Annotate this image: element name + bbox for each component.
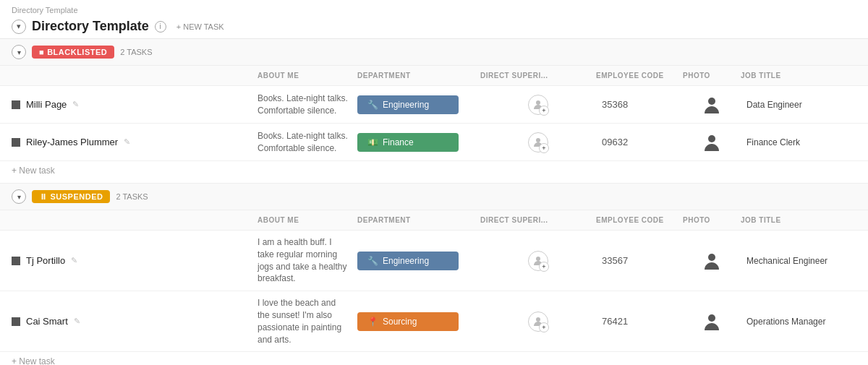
table-row: Milli Page ✎ Books. Late-night talks. Co… xyxy=(0,86,868,124)
employee-code-cell: 09632 xyxy=(596,137,683,147)
col-dept: DEPARTMENT xyxy=(357,69,480,82)
svg-point-7 xyxy=(708,314,715,322)
name-cell: Milli Page ✎ xyxy=(12,93,258,116)
job-title-cell: Operations Manager xyxy=(741,317,856,327)
avatar-icon xyxy=(702,312,722,332)
employee-code-cell: 33567 xyxy=(596,255,683,266)
section-suspended: ▾ ⏸ SUSPENDED 2 TASKS ABOUT ME DEPARTMEN… xyxy=(0,184,868,365)
breadcrumb: Directory Template xyxy=(0,3,868,14)
supervisor-cell xyxy=(480,312,596,332)
person-icon xyxy=(532,137,544,148)
person-icon xyxy=(532,99,544,111)
edit-icon[interactable]: ✎ xyxy=(72,100,79,109)
dept-cell: 💵 Finance xyxy=(357,133,480,152)
info-icon[interactable]: i xyxy=(155,21,166,33)
edit-icon[interactable]: ✎ xyxy=(124,137,130,147)
col-about: ABOUT ME xyxy=(258,69,357,82)
about-cell: Books. Late-night talks. Comfortable sil… xyxy=(258,124,357,160)
badge-label-blacklisted: BLACKLISTED xyxy=(47,48,107,56)
table-row: Cai Smart ✎ I love the beach and the sun… xyxy=(0,291,868,352)
dept-label: Engineering xyxy=(383,100,429,110)
about-cell: I am a health buff. I take regular morni… xyxy=(258,231,357,291)
employee-name: Cai Smart xyxy=(26,316,68,327)
dept-label: Engineering xyxy=(383,256,429,266)
col-headers: ABOUT ME DEPARTMENT DIRECT SUPERI... EMP… xyxy=(0,210,868,231)
section-toggle-main[interactable]: ▾ xyxy=(12,20,26,34)
supervisor-icon[interactable] xyxy=(528,95,548,115)
employee-name: Riley-James Plummer xyxy=(26,137,118,147)
employee-name: Milli Page xyxy=(26,99,67,110)
col-photo: PHOTO xyxy=(683,213,741,227)
job-title-cell: Mechanical Engineer xyxy=(741,256,856,266)
dept-cell: 📍 Sourcing xyxy=(357,312,480,331)
photo-cell xyxy=(683,251,741,271)
section-blacklisted: ▾ ■ BLACKLISTED 2 TASKS ABOUT ME DEPARTM… xyxy=(0,39,868,184)
new-task-row[interactable]: + New task xyxy=(0,161,868,183)
tasks-count-blacklisted: 2 TASKS xyxy=(120,48,152,56)
col-empcode: EMPLOYEE CODE xyxy=(596,69,683,82)
dept-tag[interactable]: 🔧 Engineering xyxy=(357,95,459,114)
badge-label-suspended: SUSPENDED xyxy=(51,192,103,201)
badge-icon-suspended: ⏸ xyxy=(39,192,48,201)
name-cell: Cai Smart ✎ xyxy=(12,310,258,332)
col-super: DIRECT SUPERI... xyxy=(480,69,596,82)
section-toggle-blacklisted[interactable]: ▾ xyxy=(12,45,26,59)
edit-icon[interactable]: ✎ xyxy=(74,317,80,326)
supervisor-icon[interactable] xyxy=(528,312,548,332)
row-checkbox[interactable] xyxy=(12,317,20,326)
col-dept: DEPARTMENT xyxy=(357,213,480,227)
supervisor-icon[interactable] xyxy=(528,251,548,271)
avatar-icon xyxy=(702,251,722,271)
col-name xyxy=(12,213,258,227)
badge-icon-blacklisted: ■ xyxy=(39,48,44,56)
name-cell: Riley-James Plummer ✎ xyxy=(12,131,258,153)
new-task-button[interactable]: + NEW TASK xyxy=(172,21,229,33)
svg-point-2 xyxy=(536,138,540,142)
about-cell: I love the beach and the sunset! I'm als… xyxy=(258,291,357,351)
name-cell: Tj Portillo ✎ xyxy=(12,249,258,272)
svg-point-6 xyxy=(536,317,540,322)
dept-icon: 🔧 xyxy=(367,256,378,266)
dept-cell: 🔧 Engineering xyxy=(357,95,480,114)
dept-tag[interactable]: 📍 Sourcing xyxy=(357,312,459,331)
job-title-cell: Finance Clerk xyxy=(741,137,856,147)
dept-label: Sourcing xyxy=(383,317,417,327)
svg-point-3 xyxy=(708,135,715,142)
supervisor-cell xyxy=(480,132,596,153)
section-toggle-suspended[interactable]: ▾ xyxy=(12,189,26,204)
page-title: Directory Template xyxy=(32,19,149,34)
row-checkbox[interactable] xyxy=(12,257,20,265)
status-badge-suspended: ⏸ SUSPENDED xyxy=(32,190,110,203)
section-header-blacklisted: ▾ ■ BLACKLISTED 2 TASKS xyxy=(0,39,868,66)
photo-cell xyxy=(683,95,741,115)
col-name xyxy=(12,69,258,82)
col-jobtitle: JOB TITLE xyxy=(741,213,856,227)
svg-point-4 xyxy=(536,257,540,261)
dept-cell: 🔧 Engineering xyxy=(357,252,480,270)
dept-tag[interactable]: 🔧 Engineering xyxy=(357,252,459,270)
status-badge-blacklisted: ■ BLACKLISTED xyxy=(32,46,114,59)
photo-cell xyxy=(683,132,741,153)
col-super: DIRECT SUPERI... xyxy=(480,213,596,227)
col-jobtitle: JOB TITLE xyxy=(741,69,856,82)
dept-tag[interactable]: 💵 Finance xyxy=(357,133,459,152)
supervisor-cell xyxy=(480,251,596,271)
person-icon xyxy=(532,316,544,327)
dept-icon: 📍 xyxy=(367,317,378,327)
about-cell: Books. Late-night talks. Comfortable sil… xyxy=(258,87,357,123)
edit-icon[interactable]: ✎ xyxy=(71,256,77,265)
row-checkbox[interactable] xyxy=(12,138,20,147)
col-empcode: EMPLOYEE CODE xyxy=(596,213,683,227)
avatar-icon xyxy=(702,95,722,115)
person-icon xyxy=(532,255,544,267)
dept-icon: 🔧 xyxy=(367,100,378,110)
dept-icon: 💵 xyxy=(367,137,378,147)
supervisor-icon[interactable] xyxy=(528,132,548,153)
supervisor-cell xyxy=(480,95,596,115)
row-checkbox[interactable] xyxy=(12,100,20,109)
new-task-row[interactable]: + New task xyxy=(0,352,868,365)
col-headers: ABOUT ME DEPARTMENT DIRECT SUPERI... EMP… xyxy=(0,66,868,86)
col-photo: PHOTO xyxy=(683,69,741,82)
svg-point-5 xyxy=(708,254,715,261)
employee-name: Tj Portillo xyxy=(26,255,65,266)
